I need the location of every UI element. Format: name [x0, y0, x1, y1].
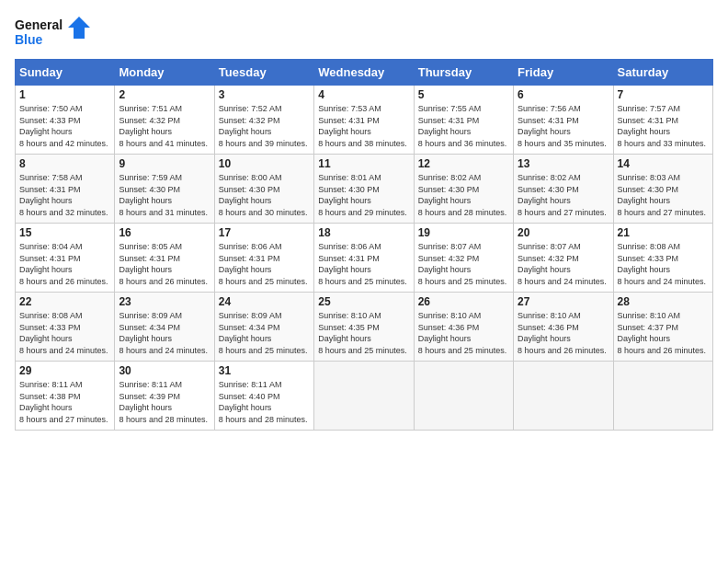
day-number: 8 — [19, 157, 110, 170]
calendar-day-cell: 30 Sunrise: 8:11 AM Sunset: 4:39 PM Dayl… — [115, 362, 214, 431]
day-number: 25 — [318, 295, 409, 308]
calendar-week-row: 8 Sunrise: 7:58 AM Sunset: 4:31 PM Dayli… — [16, 155, 713, 224]
calendar-day-cell — [613, 362, 712, 431]
day-info: Sunrise: 7:58 AM Sunset: 4:31 PM Dayligh… — [19, 172, 110, 218]
day-number: 18 — [318, 226, 409, 239]
day-info: Sunrise: 7:55 AM Sunset: 4:31 PM Dayligh… — [418, 103, 509, 149]
svg-text:Blue: Blue — [15, 32, 43, 47]
day-info: Sunrise: 8:09 AM Sunset: 4:34 PM Dayligh… — [119, 310, 210, 356]
day-info: Sunrise: 8:06 AM Sunset: 4:31 PM Dayligh… — [318, 241, 409, 287]
day-number: 23 — [119, 295, 210, 308]
calendar-day-cell: 5 Sunrise: 7:55 AM Sunset: 4:31 PM Dayli… — [414, 86, 513, 155]
col-monday: Monday — [115, 60, 214, 86]
calendar-day-cell: 15 Sunrise: 8:04 AM Sunset: 4:31 PM Dayl… — [16, 224, 115, 293]
day-info: Sunrise: 8:00 AM Sunset: 4:30 PM Dayligh… — [219, 172, 310, 218]
calendar-day-cell: 22 Sunrise: 8:08 AM Sunset: 4:33 PM Dayl… — [16, 293, 115, 362]
day-number: 2 — [119, 88, 210, 101]
day-number: 17 — [219, 226, 310, 239]
day-info: Sunrise: 8:10 AM Sunset: 4:37 PM Dayligh… — [618, 310, 709, 356]
col-wednesday: Wednesday — [314, 60, 414, 86]
day-number: 9 — [119, 157, 210, 170]
day-info: Sunrise: 8:09 AM Sunset: 4:34 PM Dayligh… — [219, 310, 310, 356]
day-number: 21 — [618, 226, 709, 239]
calendar-day-cell: 28 Sunrise: 8:10 AM Sunset: 4:37 PM Dayl… — [613, 293, 712, 362]
calendar-day-cell: 9 Sunrise: 7:59 AM Sunset: 4:30 PM Dayli… — [115, 155, 214, 224]
day-info: Sunrise: 8:11 AM Sunset: 4:40 PM Dayligh… — [219, 379, 310, 425]
calendar-day-cell: 31 Sunrise: 8:11 AM Sunset: 4:40 PM Dayl… — [214, 362, 313, 431]
calendar-day-cell: 24 Sunrise: 8:09 AM Sunset: 4:34 PM Dayl… — [214, 293, 313, 362]
day-info: Sunrise: 8:02 AM Sunset: 4:30 PM Dayligh… — [418, 172, 509, 218]
calendar-day-cell: 18 Sunrise: 8:06 AM Sunset: 4:31 PM Dayl… — [314, 224, 414, 293]
day-info: Sunrise: 8:08 AM Sunset: 4:33 PM Dayligh… — [19, 310, 110, 356]
day-number: 6 — [518, 88, 609, 101]
day-info: Sunrise: 8:04 AM Sunset: 4:31 PM Dayligh… — [19, 241, 110, 287]
calendar-day-cell: 6 Sunrise: 7:56 AM Sunset: 4:31 PM Dayli… — [514, 86, 613, 155]
day-number: 5 — [418, 88, 509, 101]
calendar-table: Sunday Monday Tuesday Wednesday Thursday… — [15, 59, 713, 431]
day-number: 15 — [19, 226, 110, 239]
calendar-day-cell: 25 Sunrise: 8:10 AM Sunset: 4:35 PM Dayl… — [314, 293, 414, 362]
calendar-day-cell: 16 Sunrise: 8:05 AM Sunset: 4:31 PM Dayl… — [115, 224, 214, 293]
day-number: 29 — [19, 364, 110, 377]
day-number: 3 — [219, 88, 310, 101]
day-number: 27 — [518, 295, 609, 308]
day-info: Sunrise: 7:56 AM Sunset: 4:31 PM Dayligh… — [518, 103, 609, 149]
calendar-day-cell: 10 Sunrise: 8:00 AM Sunset: 4:30 PM Dayl… — [214, 155, 313, 224]
col-thursday: Thursday — [414, 60, 513, 86]
day-number: 28 — [618, 295, 709, 308]
col-tuesday: Tuesday — [214, 60, 313, 86]
day-info: Sunrise: 8:10 AM Sunset: 4:36 PM Dayligh… — [418, 310, 509, 356]
day-number: 13 — [518, 157, 609, 170]
calendar-day-cell: 29 Sunrise: 8:11 AM Sunset: 4:38 PM Dayl… — [16, 362, 115, 431]
day-info: Sunrise: 7:52 AM Sunset: 4:32 PM Dayligh… — [219, 103, 310, 149]
day-info: Sunrise: 8:08 AM Sunset: 4:33 PM Dayligh… — [618, 241, 709, 287]
logo-svg: General Blue — [15, 15, 97, 50]
calendar-day-cell: 14 Sunrise: 8:03 AM Sunset: 4:30 PM Dayl… — [613, 155, 712, 224]
col-saturday: Saturday — [613, 60, 712, 86]
calendar-day-cell: 13 Sunrise: 8:02 AM Sunset: 4:30 PM Dayl… — [514, 155, 613, 224]
day-info: Sunrise: 8:02 AM Sunset: 4:30 PM Dayligh… — [518, 172, 609, 218]
header-row: Sunday Monday Tuesday Wednesday Thursday… — [16, 60, 713, 86]
day-number: 26 — [418, 295, 509, 308]
day-number: 12 — [418, 157, 509, 170]
day-info: Sunrise: 7:51 AM Sunset: 4:32 PM Dayligh… — [119, 103, 210, 149]
calendar-day-cell: 7 Sunrise: 7:57 AM Sunset: 4:31 PM Dayli… — [613, 86, 712, 155]
day-info: Sunrise: 7:50 AM Sunset: 4:33 PM Dayligh… — [19, 103, 110, 149]
calendar-week-row: 1 Sunrise: 7:50 AM Sunset: 4:33 PM Dayli… — [16, 86, 713, 155]
calendar-day-cell — [414, 362, 513, 431]
calendar-day-cell: 23 Sunrise: 8:09 AM Sunset: 4:34 PM Dayl… — [115, 293, 214, 362]
calendar-day-cell: 2 Sunrise: 7:51 AM Sunset: 4:32 PM Dayli… — [115, 86, 214, 155]
calendar-day-cell — [514, 362, 613, 431]
col-sunday: Sunday — [16, 60, 115, 86]
day-info: Sunrise: 7:59 AM Sunset: 4:30 PM Dayligh… — [119, 172, 210, 218]
logo: General Blue — [15, 15, 97, 50]
day-number: 7 — [618, 88, 709, 101]
day-number: 14 — [618, 157, 709, 170]
col-friday: Friday — [514, 60, 613, 86]
calendar-day-cell: 1 Sunrise: 7:50 AM Sunset: 4:33 PM Dayli… — [16, 86, 115, 155]
calendar-week-row: 29 Sunrise: 8:11 AM Sunset: 4:38 PM Dayl… — [16, 362, 713, 431]
day-info: Sunrise: 8:11 AM Sunset: 4:39 PM Dayligh… — [119, 379, 210, 425]
day-number: 24 — [219, 295, 310, 308]
day-number: 4 — [318, 88, 409, 101]
calendar-week-row: 15 Sunrise: 8:04 AM Sunset: 4:31 PM Dayl… — [16, 224, 713, 293]
day-info: Sunrise: 8:07 AM Sunset: 4:32 PM Dayligh… — [418, 241, 509, 287]
calendar-day-cell: 21 Sunrise: 8:08 AM Sunset: 4:33 PM Dayl… — [613, 224, 712, 293]
day-info: Sunrise: 8:01 AM Sunset: 4:30 PM Dayligh… — [318, 172, 409, 218]
day-info: Sunrise: 7:53 AM Sunset: 4:31 PM Dayligh… — [318, 103, 409, 149]
day-number: 11 — [318, 157, 409, 170]
day-info: Sunrise: 8:10 AM Sunset: 4:35 PM Dayligh… — [318, 310, 409, 356]
day-info: Sunrise: 8:07 AM Sunset: 4:32 PM Dayligh… — [518, 241, 609, 287]
day-number: 20 — [518, 226, 609, 239]
calendar-day-cell: 8 Sunrise: 7:58 AM Sunset: 4:31 PM Dayli… — [16, 155, 115, 224]
day-number: 1 — [19, 88, 110, 101]
day-info: Sunrise: 8:03 AM Sunset: 4:30 PM Dayligh… — [618, 172, 709, 218]
calendar-week-row: 22 Sunrise: 8:08 AM Sunset: 4:33 PM Dayl… — [16, 293, 713, 362]
day-info: Sunrise: 8:06 AM Sunset: 4:31 PM Dayligh… — [219, 241, 310, 287]
day-number: 19 — [418, 226, 509, 239]
calendar-day-cell: 3 Sunrise: 7:52 AM Sunset: 4:32 PM Dayli… — [214, 86, 313, 155]
svg-text:General: General — [15, 17, 63, 32]
calendar-day-cell: 17 Sunrise: 8:06 AM Sunset: 4:31 PM Dayl… — [214, 224, 313, 293]
calendar-day-cell: 11 Sunrise: 8:01 AM Sunset: 4:30 PM Dayl… — [314, 155, 414, 224]
day-info: Sunrise: 7:57 AM Sunset: 4:31 PM Dayligh… — [618, 103, 709, 149]
